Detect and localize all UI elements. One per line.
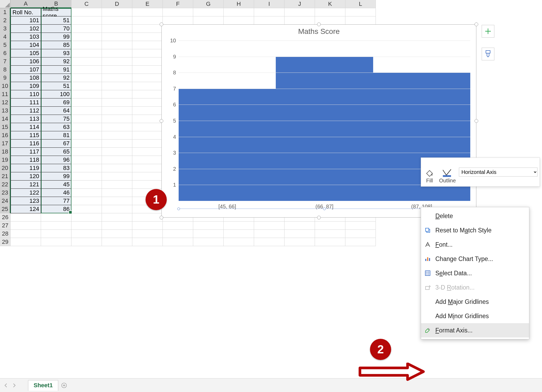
cell[interactable] xyxy=(102,49,132,57)
cell[interactable] xyxy=(102,131,132,139)
row-header[interactable]: 9 xyxy=(0,74,11,82)
cell[interactable] xyxy=(193,230,224,238)
cell[interactable] xyxy=(254,8,284,16)
cell[interactable] xyxy=(224,8,254,16)
tab-scroll-left[interactable] xyxy=(2,382,10,389)
row-header[interactable]: 11 xyxy=(0,90,11,98)
cell[interactable] xyxy=(102,205,132,213)
cell[interactable] xyxy=(102,115,132,123)
cell[interactable] xyxy=(284,238,315,246)
cell[interactable] xyxy=(102,8,132,16)
chart-title[interactable]: Maths Score xyxy=(162,27,476,36)
cell[interactable]: 113 xyxy=(11,115,41,123)
cell[interactable]: 92 xyxy=(41,74,71,82)
row-header[interactable]: 21 xyxy=(0,172,11,181)
cell[interactable] xyxy=(71,181,102,189)
resize-handle[interactable] xyxy=(160,22,163,26)
cell[interactable]: 99 xyxy=(41,172,71,181)
cell[interactable] xyxy=(71,66,102,74)
row-header[interactable]: 10 xyxy=(0,82,11,90)
cell[interactable]: 120 xyxy=(11,172,41,181)
cell[interactable] xyxy=(71,41,102,49)
resize-handle[interactable] xyxy=(475,22,478,26)
cell[interactable]: 115 xyxy=(11,131,41,139)
cell[interactable] xyxy=(345,238,376,246)
row-header[interactable]: 1 xyxy=(0,8,11,16)
cell[interactable] xyxy=(254,16,284,25)
cell[interactable] xyxy=(224,16,254,25)
row-header[interactable]: 16 xyxy=(0,131,11,139)
cell[interactable] xyxy=(315,8,345,16)
menu-item-font[interactable]: Font... xyxy=(421,237,529,252)
cell[interactable] xyxy=(102,57,132,66)
row-header[interactable]: 14 xyxy=(0,115,11,123)
cell[interactable]: 112 xyxy=(11,107,41,115)
cell[interactable] xyxy=(41,222,71,230)
cell[interactable]: 110 xyxy=(11,90,41,98)
cell[interactable] xyxy=(71,49,102,57)
cell[interactable]: 63 xyxy=(41,123,71,131)
cell[interactable] xyxy=(224,222,254,230)
cell[interactable] xyxy=(132,57,163,66)
cell[interactable] xyxy=(71,131,102,139)
cell[interactable]: 77 xyxy=(41,197,71,205)
cell[interactable]: 102 xyxy=(11,25,41,33)
cell[interactable] xyxy=(132,222,163,230)
cell[interactable] xyxy=(345,222,376,230)
column-header[interactable]: D xyxy=(102,0,132,8)
cell[interactable] xyxy=(102,98,132,107)
cell[interactable] xyxy=(132,139,163,148)
cell[interactable] xyxy=(102,107,132,115)
cell[interactable] xyxy=(11,230,41,238)
cell[interactable] xyxy=(71,164,102,172)
cell[interactable]: 104 xyxy=(11,41,41,49)
cell[interactable] xyxy=(102,213,132,222)
chart-styles-button[interactable] xyxy=(482,48,494,60)
cell[interactable] xyxy=(71,230,102,238)
cell[interactable] xyxy=(193,16,224,25)
menu-item-delete[interactable]: Delete xyxy=(421,209,529,223)
chart-object[interactable]: Maths Score [45, 66](66, 87](87, 108] 12… xyxy=(161,24,476,218)
cell[interactable] xyxy=(71,25,102,33)
cell[interactable] xyxy=(102,156,132,164)
menu-item-change-chart-type[interactable]: Change Chart Type... xyxy=(421,252,529,266)
cell[interactable] xyxy=(254,238,284,246)
outline-button[interactable]: Outline xyxy=(437,159,457,185)
cell[interactable] xyxy=(132,131,163,139)
cell[interactable] xyxy=(71,107,102,115)
resize-handle[interactable] xyxy=(160,119,163,123)
cell[interactable]: 114 xyxy=(11,123,41,131)
cell[interactable] xyxy=(132,66,163,74)
cell[interactable] xyxy=(132,41,163,49)
cell[interactable]: 45 xyxy=(41,181,71,189)
cell[interactable]: 118 xyxy=(11,156,41,164)
row-header[interactable]: 18 xyxy=(0,148,11,156)
row-header[interactable]: 7 xyxy=(0,57,11,66)
cell[interactable]: 51 xyxy=(41,16,71,25)
row-header[interactable]: 25 xyxy=(0,205,11,213)
cell[interactable] xyxy=(284,8,315,16)
cell[interactable] xyxy=(102,181,132,189)
row-header[interactable]: 26 xyxy=(0,213,11,222)
cell[interactable]: 99 xyxy=(41,33,71,41)
cell[interactable]: 83 xyxy=(41,164,71,172)
select-all-corner[interactable] xyxy=(0,0,11,8)
cell[interactable]: 106 xyxy=(11,57,41,66)
cell[interactable]: 117 xyxy=(11,148,41,156)
cell[interactable] xyxy=(132,148,163,156)
cell[interactable] xyxy=(71,205,102,213)
cell[interactable] xyxy=(132,25,163,33)
cell[interactable] xyxy=(41,230,71,238)
row-header[interactable]: 27 xyxy=(0,222,11,230)
row-header[interactable]: 19 xyxy=(0,156,11,164)
cell[interactable]: 46 xyxy=(41,189,71,197)
cell[interactable] xyxy=(71,33,102,41)
cell[interactable] xyxy=(163,8,193,16)
chart-element-selector[interactable]: Horizontal Axis xyxy=(459,168,538,177)
cell[interactable] xyxy=(102,197,132,205)
cell[interactable] xyxy=(71,82,102,90)
cell[interactable] xyxy=(102,148,132,156)
cell[interactable]: 67 xyxy=(41,139,71,148)
row-header[interactable]: 4 xyxy=(0,33,11,41)
cell[interactable] xyxy=(71,8,102,16)
